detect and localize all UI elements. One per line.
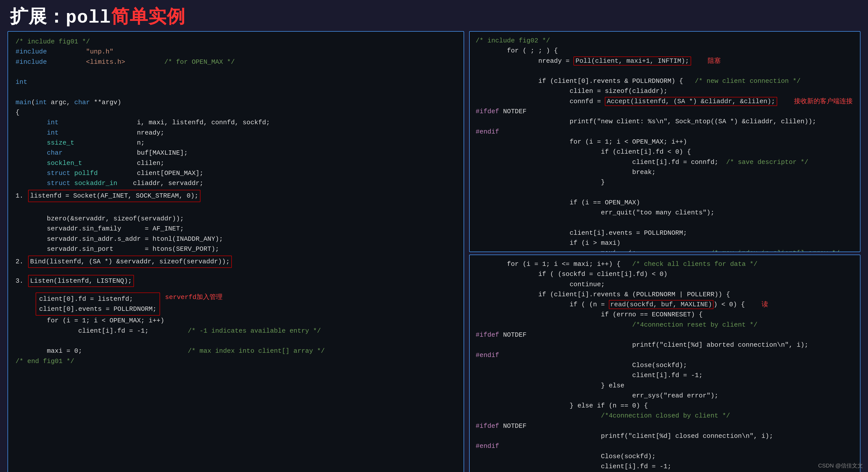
step-1-num: 1.: [16, 190, 28, 201]
left-code-2: bzero(&servaddr, sizeof(servaddr)); serv…: [16, 204, 456, 254]
client-section: client[0].fd = listenfd; client[0].event…: [16, 293, 456, 316]
read-annotation: 读: [762, 301, 768, 308]
client-box: client[0].fd = listenfd; client[0].event…: [36, 293, 160, 316]
step-1-line: 1. listenfd = Socket(AF_INET, SOCK_STREA…: [16, 190, 456, 202]
main-content: /* include fig01 */ #include "unp.h" #in…: [0, 31, 868, 472]
accept-annotation: 接收新的客户端连接: [794, 98, 853, 105]
step-3-code: Listen(listenfd, LISTENQ);: [28, 275, 134, 287]
poll-annotation: 阻塞: [708, 57, 721, 65]
step-3-num: 3.: [16, 275, 28, 286]
left-panel: /* include fig01 */ #include "unp.h" #in…: [7, 31, 464, 472]
title-suffix: 简单实例: [111, 7, 185, 28]
title-bar: 扩展：poll简单实例: [0, 0, 868, 31]
right-top-panel: /* include fig02 */ for ( ; ; ) { nready…: [469, 31, 861, 252]
step-3-line: 3. Listen(listenfd, LISTENQ);: [16, 275, 456, 287]
watermark: CSDN @信佳文文: [818, 462, 863, 470]
title-prefix: 扩展：poll: [10, 7, 111, 28]
step-2-num: 2.: [16, 256, 28, 267]
left-code-3: for (i = 1; i < OPEN_MAX; i++) client[i]…: [16, 316, 456, 366]
right-panel: /* include fig02 */ for ( ; ; ) { nready…: [469, 31, 861, 472]
left-code: /* include fig01 */ #include "unp.h" #in…: [16, 37, 456, 188]
step-1-code: listenfd = Socket(AF_INET, SOCK_STREAM, …: [28, 190, 200, 202]
page-title: 扩展：poll简单实例: [10, 4, 185, 29]
right-bottom-code: for (i = 1; i <= maxi; i++) { /* check a…: [476, 259, 854, 472]
step-2-code: Bind(listenfd, (SA *) &servaddr, sizeof(…: [28, 256, 232, 268]
step-2-line: 2. Bind(listenfd, (SA *) &servaddr, size…: [16, 256, 456, 268]
right-top-code: /* include fig02 */ for ( ; ; ) { nready…: [476, 36, 854, 252]
right-bottom-panel: for (i = 1; i <= maxi; i++) { /* check a…: [469, 255, 861, 472]
serverfd-annotation: serverfd加入管理: [165, 293, 222, 301]
